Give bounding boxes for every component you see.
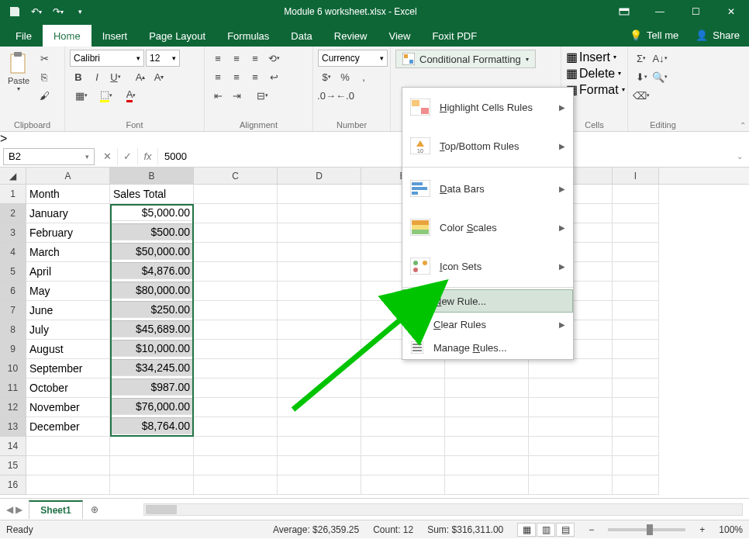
font-name-select[interactable]: Calibri ▾ [70, 50, 144, 67]
cell-D6[interactable] [278, 282, 361, 301]
cell-B3[interactable]: $500.00 [110, 223, 194, 240]
cell-C4[interactable] [194, 243, 278, 262]
sort-filter-icon[interactable]: A↓▾ [651, 50, 668, 67]
redo-icon[interactable]: ↷ ▾ [48, 2, 68, 22]
cell-H16[interactable] [529, 475, 613, 495]
cell-I5[interactable] [613, 262, 659, 282]
row-header-6[interactable]: 6 [0, 282, 26, 301]
cell-B4[interactable]: $50,000.00 [110, 243, 194, 260]
share-button[interactable]: 👤Share [686, 23, 749, 47]
underline-button[interactable]: U ▾ [107, 68, 124, 85]
row-header-7[interactable]: 7 [0, 301, 26, 320]
col-header-D[interactable]: D [278, 168, 361, 184]
tab-page-layout[interactable]: Page Layout [138, 25, 216, 47]
menu-manage-rules[interactable]: Manage Rules... [402, 336, 573, 359]
sheet-nav[interactable]: ◀ ▶ [0, 504, 29, 515]
cell-C11[interactable] [194, 379, 278, 398]
cell-B10[interactable]: $34,245.00 [110, 359, 194, 376]
cell-I9[interactable] [613, 340, 659, 359]
cell-D15[interactable] [278, 456, 361, 475]
cell-C9[interactable] [194, 340, 278, 359]
align-center-icon[interactable]: ≡ [228, 68, 245, 85]
maximize-icon[interactable]: ☐ [678, 0, 713, 23]
cell-B14[interactable] [110, 437, 194, 456]
cell-B6[interactable]: $80,000.00 [110, 282, 194, 299]
decrease-decimal-icon[interactable]: ←.0 [337, 87, 354, 104]
cell-I6[interactable] [613, 282, 659, 301]
cell-E10[interactable] [361, 359, 445, 379]
cell-C14[interactable] [194, 437, 278, 456]
cell-E14[interactable] [361, 437, 445, 456]
expand-formula-bar-icon[interactable]: ⌄ [730, 152, 749, 161]
align-left-icon[interactable]: ≡ [209, 68, 226, 85]
row-header-2[interactable]: 2 [0, 204, 26, 223]
tab-home[interactable]: Home [43, 25, 91, 47]
enter-formula-icon[interactable]: ✓ [118, 148, 138, 165]
cell-I15[interactable] [613, 456, 659, 475]
cell-I14[interactable] [613, 437, 659, 456]
cell-C8[interactable] [194, 320, 278, 340]
cell-B11[interactable]: $987.00 [110, 379, 194, 396]
find-select-icon[interactable]: 🔍▾ [651, 68, 668, 85]
horizontal-scrollbar[interactable] [143, 503, 743, 516]
cell-D2[interactable] [278, 204, 361, 223]
cell-A13[interactable]: December [26, 417, 110, 437]
cell-H11[interactable] [529, 379, 613, 398]
percent-format-icon[interactable]: % [337, 68, 354, 85]
undo-icon[interactable]: ↶ ▾ [26, 2, 47, 22]
minimize-icon[interactable]: — [642, 0, 678, 23]
paste-button[interactable]: Paste ▾ [5, 50, 33, 94]
delete-cells-button[interactable]: ▦ Delete ▾ [566, 66, 621, 81]
align-middle-icon[interactable]: ≡ [228, 50, 245, 67]
cell-C12[interactable] [194, 398, 278, 417]
cell-I11[interactable] [613, 379, 659, 398]
cell-D5[interactable] [278, 262, 361, 282]
tab-formulas[interactable]: Formulas [216, 25, 280, 47]
menu-top-bottom-rules[interactable]: 10 Top/Bottom Rules ▶ [402, 126, 573, 165]
menu-icon-sets[interactable]: Icon Sets ▶ [402, 247, 573, 285]
zoom-level[interactable]: 100% [719, 524, 743, 535]
col-header-I[interactable]: I [613, 168, 659, 184]
tab-data[interactable]: Data [280, 25, 323, 47]
cut-icon[interactable]: ✂ [36, 50, 53, 67]
col-header-B[interactable]: B [110, 168, 194, 184]
cell-B15[interactable] [110, 456, 194, 475]
view-page-break-icon[interactable]: ▤ [556, 523, 575, 537]
merge-center-icon[interactable]: ⊟ ▾ [247, 87, 278, 104]
menu-color-scales[interactable]: Color Scales ▶ [402, 208, 573, 247]
borders-icon[interactable]: ▦ ▾ [70, 87, 93, 104]
cell-G10[interactable] [445, 359, 529, 379]
cell-B5[interactable]: $4,876.00 [110, 262, 194, 279]
cell-D11[interactable] [278, 379, 361, 398]
cell-A10[interactable]: September [26, 359, 110, 379]
bold-button[interactable]: B [70, 68, 87, 85]
row-header-16[interactable]: 16 [0, 475, 26, 495]
row-header-13[interactable]: 13 [0, 417, 26, 437]
cell-H10[interactable] [529, 359, 613, 379]
cell-A5[interactable]: April [26, 262, 110, 282]
cell-C15[interactable] [194, 456, 278, 475]
cell-B12[interactable]: $76,000.00 [110, 398, 194, 415]
orientation-icon[interactable]: ⟲▾ [265, 50, 282, 67]
cell-E13[interactable] [361, 417, 445, 437]
name-box[interactable]: B2▾ [3, 148, 95, 165]
cell-I2[interactable] [613, 204, 659, 223]
cell-G15[interactable] [445, 456, 529, 475]
number-format-select[interactable]: Currency▾ [318, 50, 388, 67]
tab-insert[interactable]: Insert [91, 25, 139, 47]
font-color-icon[interactable]: A ▾ [119, 87, 143, 104]
cell-A1[interactable]: Month [26, 185, 110, 204]
row-header-11[interactable]: 11 [0, 379, 26, 398]
cell-A4[interactable]: March [26, 243, 110, 262]
cell-I16[interactable] [613, 475, 659, 495]
row-header-3[interactable]: 3 [0, 223, 26, 243]
format-cells-button[interactable]: ▦ Format ▾ [566, 82, 625, 97]
row-header-5[interactable]: 5 [0, 262, 26, 282]
increase-font-icon[interactable]: A▴ [132, 68, 149, 85]
align-right-icon[interactable]: ≡ [247, 68, 264, 85]
cell-H14[interactable] [529, 437, 613, 456]
row-header-1[interactable]: 1 [0, 185, 26, 204]
cell-A6[interactable]: May [26, 282, 110, 301]
view-page-layout-icon[interactable]: ▥ [537, 523, 555, 537]
cell-B16[interactable] [110, 475, 194, 495]
